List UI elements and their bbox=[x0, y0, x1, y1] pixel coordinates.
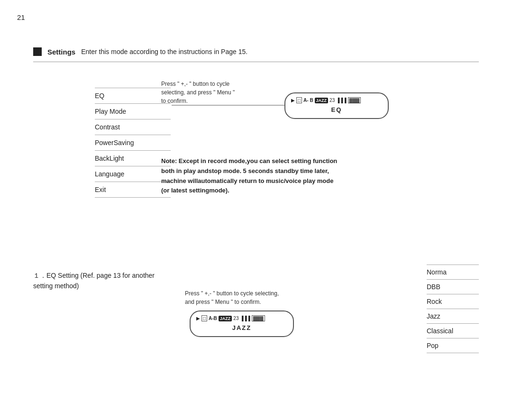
eq-option-jazz[interactable]: Jazz bbox=[427, 309, 479, 324]
menu-item-exit[interactable]: Exit bbox=[95, 182, 171, 198]
battery-bottom: ▓▓▓ bbox=[252, 315, 265, 321]
status-signal-top: 23 bbox=[329, 98, 335, 103]
status-box: □ bbox=[296, 97, 302, 103]
device-display-top: ▶ □ A- B JAZZ 23 ▐▐▐ ▓▓▓ EQ bbox=[284, 92, 389, 119]
status-jazz-top: JAZZ bbox=[315, 98, 329, 103]
settings-header: Settings Enter this mode according to th… bbox=[33, 47, 479, 56]
eq-callout: Press " +,- " button to cycle selecting,… bbox=[161, 80, 256, 105]
note-box: Note: Except in record mode,you can sele… bbox=[161, 156, 341, 196]
menu-item-playmode[interactable]: Play Mode bbox=[95, 104, 171, 119]
menu-list: EQ Play Mode Contrast PowerSaving BackLi… bbox=[95, 88, 171, 198]
eq-option-rock[interactable]: Rock bbox=[427, 294, 479, 309]
header-divider bbox=[33, 62, 479, 62]
page-number: 21 bbox=[17, 13, 25, 21]
eq-option-dbb[interactable]: DBB bbox=[427, 280, 479, 294]
menu-item-powersaving[interactable]: PowerSaving bbox=[95, 135, 171, 151]
signal-bars-top: ▐▐▐ bbox=[336, 98, 346, 103]
play-icon-bottom: ▶ bbox=[196, 316, 200, 321]
menu-item-eq[interactable]: EQ bbox=[95, 88, 171, 104]
menu-item-contrast[interactable]: Contrast bbox=[95, 119, 171, 135]
device-label-bottom: JAZZ bbox=[232, 324, 252, 331]
play-icon: ▶ bbox=[291, 98, 295, 103]
settings-description: Enter this mode according to the instruc… bbox=[81, 48, 247, 55]
signal-bars-bottom: ▐▐▐ bbox=[240, 316, 250, 321]
battery-top: ▓▓▓ bbox=[348, 97, 361, 103]
status-ab-top: A- B bbox=[303, 98, 313, 103]
bottom-callout: Press " +,- " button to cycle selecting,… bbox=[185, 289, 289, 306]
status-bar-top: ▶ □ A- B JAZZ 23 ▐▐▐ ▓▓▓ bbox=[291, 97, 382, 103]
status-bar-bottom: ▶ □ A-B JAZZ 23 ▐▐▐ ▓▓▓ bbox=[196, 315, 287, 321]
status-jazz-bottom: JAZZ bbox=[219, 316, 232, 321]
status-box-bottom: □ bbox=[201, 315, 207, 321]
settings-title: Settings bbox=[47, 48, 75, 56]
eq-option-classical[interactable]: Classical bbox=[427, 324, 479, 338]
device-label-top: EQ bbox=[331, 106, 342, 113]
status-signal-bottom: 23 bbox=[233, 316, 238, 321]
eq-setting-section: １．EQ Setting (Ref. page 13 for another s… bbox=[33, 270, 155, 292]
device-display-bottom: ▶ □ A-B JAZZ 23 ▐▐▐ ▓▓▓ JAZZ bbox=[190, 310, 294, 337]
eq-option-pop[interactable]: Pop bbox=[427, 338, 479, 353]
menu-item-language[interactable]: Language bbox=[95, 166, 171, 182]
eq-setting-line2: setting method) bbox=[33, 281, 155, 291]
eq-option-norma[interactable]: Norma bbox=[427, 265, 479, 280]
status-ab-bottom: A-B bbox=[209, 316, 217, 321]
menu-item-backlight[interactable]: BackLight bbox=[95, 151, 171, 166]
settings-icon bbox=[33, 47, 42, 56]
eq-setting-line1: １．EQ Setting (Ref. page 13 for another bbox=[33, 270, 155, 281]
device-screen-bottom: ▶ □ A-B JAZZ 23 ▐▐▐ ▓▓▓ JAZZ bbox=[190, 310, 294, 337]
device-screen-top: ▶ □ A- B JAZZ 23 ▐▐▐ ▓▓▓ EQ bbox=[284, 92, 389, 119]
eq-options-list: Norma DBB Rock Jazz Classical Pop bbox=[427, 265, 479, 353]
